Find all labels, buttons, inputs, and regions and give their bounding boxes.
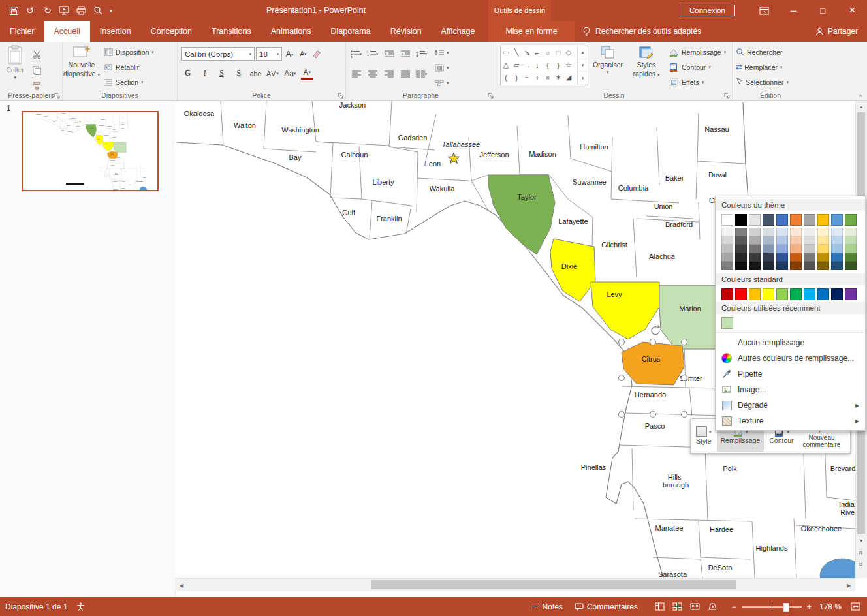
shape-icon[interactable]: ↓ xyxy=(532,59,543,71)
align-center-button[interactable] xyxy=(366,67,379,81)
numbering-button[interactable]: ▾ xyxy=(366,47,379,61)
find-button[interactable]: Rechercher xyxy=(733,44,808,59)
style-button[interactable]: ▾ Style xyxy=(692,420,716,452)
theme-variant-swatch[interactable] xyxy=(749,253,761,262)
align-right-button[interactable] xyxy=(383,67,395,81)
shape-icon[interactable]: ☆ xyxy=(563,59,574,71)
theme-variant-swatch[interactable] xyxy=(721,245,733,253)
shape-icon[interactable]: ~ xyxy=(522,71,532,84)
standard-color-swatch[interactable] xyxy=(845,288,857,300)
clipboard-dialog-launcher-icon[interactable] xyxy=(54,93,60,99)
gallery-more-icon[interactable]: ▾ xyxy=(578,72,588,85)
search-tool-icon[interactable] xyxy=(93,5,102,16)
text-direction-button[interactable]: ▾ xyxy=(432,45,452,60)
theme-variant-swatch[interactable] xyxy=(804,253,815,262)
theme-variant-swatch[interactable] xyxy=(817,236,829,245)
shrink-font-button[interactable]: A▾ xyxy=(297,47,309,61)
theme-color-swatch[interactable] xyxy=(831,214,843,226)
zoom-out-button[interactable]: − xyxy=(732,602,736,611)
theme-variant-swatch[interactable] xyxy=(804,262,815,270)
shape-effects-button[interactable]: Effets▾ xyxy=(665,74,729,89)
italic-button[interactable]: I xyxy=(198,67,211,80)
theme-color-swatch[interactable] xyxy=(721,214,733,226)
tab-affichage[interactable]: Affichage xyxy=(432,21,485,42)
bullets-button[interactable]: ▾ xyxy=(350,47,362,61)
new-slide-button[interactable]: Nouvelle diapositive ▾ xyxy=(63,42,101,89)
reset-button[interactable]: Rétablir xyxy=(101,59,157,74)
scroll-down-icon[interactable]: ▾ xyxy=(856,535,866,546)
theme-variant-swatch[interactable] xyxy=(763,253,774,262)
theme-variant-swatch[interactable] xyxy=(845,228,857,236)
theme-variant-swatch[interactable] xyxy=(804,228,815,236)
shape-icon[interactable]: □ xyxy=(553,46,563,59)
menu-item-wheel[interactable]: Autres couleurs de remplissage... xyxy=(716,350,865,366)
slide-thumbnail[interactable] xyxy=(22,111,159,191)
theme-color-swatch[interactable] xyxy=(749,214,761,226)
horizontal-scroll-thumb[interactable] xyxy=(371,580,736,589)
shape-icon[interactable]: ⌐ xyxy=(532,46,543,59)
shape-icon[interactable]: ) xyxy=(511,71,522,84)
undo-button[interactable]: ↺▾ xyxy=(26,5,37,16)
tab-conception[interactable]: Conception xyxy=(141,21,202,42)
select-button[interactable]: Sélectionner▾ xyxy=(733,74,808,89)
quick-styles-button[interactable]: Styles rapides ▾ xyxy=(627,42,665,78)
share-button[interactable]: Partager xyxy=(815,21,858,42)
theme-variant-swatch[interactable] xyxy=(845,253,857,262)
theme-variant-swatch[interactable] xyxy=(721,262,733,270)
theme-color-swatch[interactable] xyxy=(817,214,829,226)
theme-color-swatch[interactable] xyxy=(763,214,774,226)
theme-variant-swatch[interactable] xyxy=(776,228,788,236)
strikethrough-button[interactable]: abe xyxy=(249,67,262,80)
shape-icon[interactable]: △ xyxy=(501,59,511,71)
horizontal-scrollbar[interactable]: ◀ ▶ xyxy=(175,578,855,591)
bold-button[interactable]: G xyxy=(181,67,194,80)
theme-variant-swatch[interactable] xyxy=(845,245,857,253)
layout-button[interactable]: Disposition▾ xyxy=(101,44,157,59)
theme-variant-swatch[interactable] xyxy=(776,253,788,262)
theme-color-swatch[interactable] xyxy=(804,214,815,226)
clear-formatting-button[interactable] xyxy=(311,47,323,61)
recent-color-swatch[interactable] xyxy=(721,317,733,329)
theme-variant-swatch[interactable] xyxy=(790,236,802,245)
theme-variant-swatch[interactable] xyxy=(831,228,843,236)
cut-button[interactable] xyxy=(30,48,43,61)
minimize-button[interactable]: ─ xyxy=(779,0,808,21)
theme-variant-swatch[interactable] xyxy=(735,262,747,270)
standard-color-swatch[interactable] xyxy=(776,288,788,300)
line-spacing-button[interactable]: ▾ xyxy=(415,47,428,61)
theme-variant-swatch[interactable] xyxy=(763,262,774,270)
theme-color-swatch[interactable] xyxy=(845,214,857,226)
theme-variant-swatch[interactable] xyxy=(790,245,802,253)
character-spacing-button[interactable]: AV▾ xyxy=(266,67,279,80)
theme-variant-swatch[interactable] xyxy=(763,236,774,245)
increase-indent-button[interactable] xyxy=(399,47,411,61)
format-painter-button[interactable] xyxy=(30,79,43,92)
start-slideshow-icon[interactable] xyxy=(59,5,69,16)
zoom-in-button[interactable]: + xyxy=(807,602,812,611)
section-button[interactable]: Section▾ xyxy=(101,74,157,89)
tab-accueil[interactable]: Accueil xyxy=(44,21,90,42)
theme-variant-swatch[interactable] xyxy=(763,245,774,253)
zoom-slider[interactable] xyxy=(742,602,802,611)
shape-icon[interactable]: ◇ xyxy=(563,46,574,59)
standard-color-swatch[interactable] xyxy=(817,288,829,300)
theme-variant-swatch[interactable] xyxy=(749,262,761,270)
standard-color-swatch[interactable] xyxy=(831,288,843,300)
theme-variant-swatch[interactable] xyxy=(749,228,761,236)
theme-variant-swatch[interactable] xyxy=(721,236,733,245)
align-text-button[interactable]: ▾ xyxy=(432,60,452,75)
change-case-button[interactable]: Aa▾ xyxy=(284,67,296,80)
shape-icon[interactable]: → xyxy=(522,59,532,71)
font-dialog-launcher-icon[interactable] xyxy=(338,93,343,99)
underline-button[interactable]: S xyxy=(215,67,228,80)
reading-view-icon[interactable] xyxy=(690,602,700,611)
shape-icon[interactable]: ╲ xyxy=(511,46,522,59)
menu-item-gradient[interactable]: Dégradé▶ xyxy=(716,397,865,413)
ribbon-display-options-icon[interactable] xyxy=(749,0,779,21)
shape-outline-button[interactable]: Contour▾ xyxy=(665,59,729,74)
theme-variant-swatch[interactable] xyxy=(735,245,747,253)
drawing-dialog-launcher-icon[interactable] xyxy=(724,93,730,99)
save-icon[interactable] xyxy=(9,5,19,16)
theme-variant-swatch[interactable] xyxy=(776,262,788,270)
tab-fichier[interactable]: Fichier xyxy=(0,21,44,42)
